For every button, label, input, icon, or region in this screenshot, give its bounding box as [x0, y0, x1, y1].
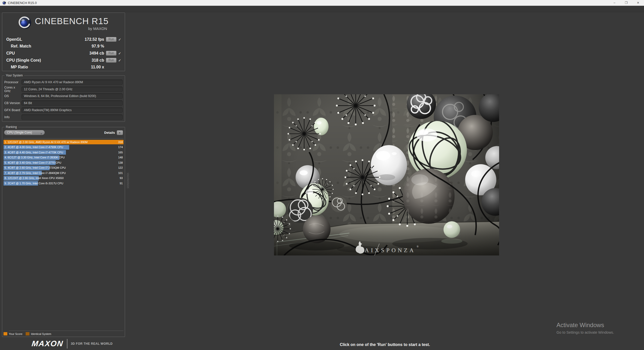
- logo-title: CINEBENCH R15: [35, 16, 108, 26]
- field-label: OS: [4, 94, 21, 98]
- cinebench-logo: CINEBENCH R15 by MAXON: [2, 16, 125, 31]
- ranking-row[interactable]: 9. 2C/4T @ 1.70 GHz, Intel Core i5-3317U…: [4, 181, 124, 186]
- system-field-row: OS Windows 8, 64 Bit, Professional Editi…: [4, 93, 123, 100]
- system-field-row: CB Version 64 Bit: [4, 100, 123, 107]
- run-button[interactable]: Run: [106, 37, 116, 42]
- ranking-separator: [4, 138, 124, 139]
- ranking-row[interactable]: 6. 4C/8T @ 2.60 GHz, Intel Core i7-3720Q…: [4, 166, 124, 170]
- close-button[interactable]: ✕: [632, 0, 644, 6]
- chevron-down-icon: ▼: [40, 132, 42, 136]
- ranking-row[interactable]: 8. 12C/24T @ 2.66 GHz, Intel Xeon CPU X5…: [4, 176, 124, 181]
- cinema4d-app-icon: [2, 1, 6, 5]
- reference-render-image: AIXSPONZA ®: [274, 94, 499, 255]
- menu-bar: [0, 6, 644, 12]
- legend-separator: [9, 331, 124, 331]
- your-system-panel: Your System Processor AMD Ryzen AI 9 HX …: [2, 75, 125, 122]
- title-bar: CINEBENCH R15.0 – ❐ ✕: [0, 0, 644, 6]
- score-label: CPU: [4, 51, 89, 56]
- activate-windows-watermark: Activate Windows Go to Settings to activ…: [556, 322, 614, 334]
- ranking-header: CPU (Single Core) ▼ Details ▸: [4, 130, 123, 135]
- minimize-button[interactable]: –: [609, 0, 620, 6]
- run-button[interactable]: Run: [106, 51, 116, 56]
- run-area: Run✓: [104, 37, 123, 42]
- legend-label: Your Score: [9, 332, 22, 335]
- window-controls: – ❐ ✕: [609, 0, 644, 6]
- ranking-list: 1. 12C/24T @ 2.00 GHz, AMD Ryzen AI 9 HX…: [4, 140, 124, 186]
- ranking-row-value: 91: [120, 182, 123, 185]
- score-value: 318 cb: [92, 58, 104, 63]
- ranking-row[interactable]: 4. 6C/12T @ 3.30 GHz, Intel Core i7-3930…: [4, 155, 124, 160]
- ranking-row-label: 8. 12C/24T @ 2.66 GHz, Intel Xeon CPU X5…: [5, 177, 64, 180]
- ranking-filter-value: CPU (Single Core): [7, 131, 32, 134]
- system-field-row: Processor AMD Ryzen AI 9 HX 470 w/ Radeo…: [4, 79, 123, 86]
- ranking-row[interactable]: 3. 4C/8T @ 4.40 GHz, Intel Core i7-4770K…: [4, 150, 124, 155]
- check-icon: ✓: [118, 58, 121, 62]
- system-field-row: Info: [4, 114, 123, 121]
- score-row: Ref. Match 97.9 %: [4, 43, 123, 50]
- legend-item: Identical System: [26, 332, 51, 335]
- your-system-title: Your System: [5, 74, 24, 77]
- field-label: GFX Board: [4, 108, 21, 112]
- score-label: Ref. Match: [4, 44, 92, 49]
- score-list: OpenGL 172.52 fps Run✓ Ref. Match 97.9 %…: [4, 36, 123, 71]
- score-value: 3494 cb: [89, 51, 104, 56]
- footer-divider: [67, 339, 67, 348]
- ranking-row-value: 174: [118, 146, 123, 149]
- ranking-row-label: 9. 2C/4T @ 1.70 GHz, Intel Core i5-3317U…: [5, 182, 63, 185]
- field-input[interactable]: AMD Radeon(TM) 890M Graphics: [21, 107, 123, 113]
- run-area: Run✓: [104, 58, 123, 63]
- field-label: Info: [4, 115, 21, 119]
- score-label: OpenGL: [4, 37, 85, 42]
- field-label: CB Version: [4, 101, 21, 105]
- ranking-row[interactable]: 2. 4C/8T @ 4.00 GHz, Intel Core i7-4790K…: [4, 145, 124, 150]
- legend-label: Identical System: [31, 332, 51, 335]
- ranking-filter-dropdown[interactable]: CPU (Single Core) ▼: [4, 130, 45, 135]
- ranking-row-label: 3. 4C/8T @ 4.40 GHz, Intel Core i7-4770K…: [5, 151, 63, 154]
- maximize-button[interactable]: ❐: [620, 0, 632, 6]
- legend-swatch: [4, 332, 7, 335]
- run-button[interactable]: Run: [106, 58, 116, 63]
- score-row: OpenGL 172.52 fps Run✓: [4, 36, 123, 43]
- ranking-row-value: 122: [118, 166, 123, 169]
- ranking-title: Ranking: [5, 125, 18, 129]
- window-title: CINEBENCH R15.0: [8, 1, 37, 5]
- ranking-row-label: 7. 4C/8T @ 2.79 GHz, Intel Core i7-3840Q…: [5, 171, 66, 174]
- maxon-footer: MAXON 3D FOR THE REAL WORLD: [32, 338, 113, 349]
- details-label: Details: [104, 131, 115, 135]
- field-label: Cores x GHz: [4, 86, 21, 93]
- field-input[interactable]: AMD Ryzen AI 9 HX 470 w/ Radeon 890M: [21, 79, 123, 85]
- ranking-row-value: 138: [118, 161, 123, 164]
- check-icon: ✓: [118, 51, 121, 55]
- field-input[interactable]: [21, 114, 123, 120]
- ranking-row-value: 318: [118, 141, 123, 144]
- watermark-line2: Go to Settings to activate Windows.: [556, 330, 614, 334]
- ranking-row-label: 5. 4C/8T @ 3.40 GHz, Intel Core i7-3770 …: [5, 161, 61, 164]
- watermark-line1: Activate Windows: [556, 322, 614, 329]
- score-row: CPU 3494 cb Run✓: [4, 50, 123, 57]
- cinema4d-logo-icon: [18, 16, 31, 29]
- ranking-row-value: 165: [118, 151, 123, 154]
- field-input[interactable]: 12 Cores, 24 Threads @ 2.00 GHz: [21, 86, 123, 92]
- scores-panel: CINEBENCH R15 by MAXON OpenGL 172.52 fps…: [2, 13, 125, 71]
- ranking-row[interactable]: 5. 4C/8T @ 3.40 GHz, Intel Core i7-3770 …: [4, 160, 124, 165]
- legend-item: Your Score: [4, 332, 22, 335]
- field-label: Processor: [4, 80, 21, 84]
- score-value: 172.52 fps: [85, 37, 104, 42]
- score-label: MP Ratio: [4, 65, 91, 69]
- run-area: Run✓: [104, 51, 123, 56]
- system-fields: Processor AMD Ryzen AI 9 HX 470 w/ Radeo…: [4, 79, 123, 121]
- score-row: CPU (Single Core) 318 cb Run✓: [4, 57, 123, 64]
- ranking-row-label: 4. 6C/12T @ 3.30 GHz, Intel Core i7-3930…: [5, 156, 65, 159]
- ranking-row-label: 6. 4C/8T @ 2.60 GHz, Intel Core i7-3720Q…: [5, 166, 66, 169]
- maxon-tagline: 3D FOR THE REAL WORLD: [71, 342, 112, 345]
- score-value: 97.9 %: [92, 44, 104, 49]
- system-field-row: GFX Board AMD Radeon(TM) 890M Graphics: [4, 107, 123, 114]
- field-input[interactable]: Windows 8, 64 Bit, Professional Edition …: [21, 93, 123, 99]
- logo-subtitle: by MAXON: [35, 26, 108, 31]
- ranking-row[interactable]: 1. 12C/24T @ 2.00 GHz, AMD Ryzen AI 9 HX…: [4, 140, 124, 144]
- ranking-scrollbar[interactable]: [127, 173, 129, 188]
- details-button[interactable]: ▸: [117, 130, 123, 135]
- field-input[interactable]: 64 Bit: [21, 100, 123, 106]
- ranking-row-label: 1. 12C/24T @ 2.00 GHz, AMD Ryzen AI 9 HX…: [5, 141, 88, 144]
- ranking-row[interactable]: 7. 4C/8T @ 2.79 GHz, Intel Core i7-3840Q…: [4, 171, 124, 175]
